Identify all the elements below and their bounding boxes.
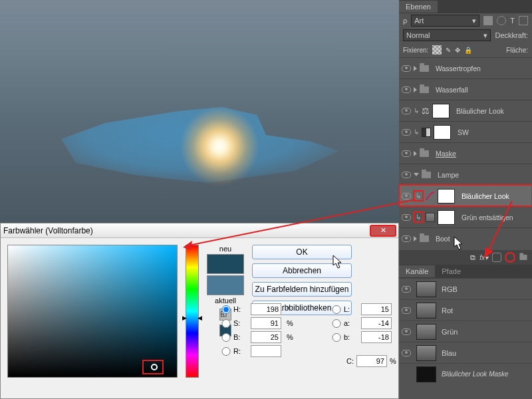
channel-thumbnail (416, 281, 436, 297)
group-icon[interactable] (519, 255, 527, 260)
lock-all-icon[interactable]: 🔒 (464, 47, 472, 54)
field-h[interactable] (251, 303, 281, 315)
channel-red[interactable]: Rot (399, 299, 532, 321)
mask-thumbnail[interactable] (438, 189, 455, 203)
field-c[interactable] (356, 355, 387, 367)
field-r[interactable] (251, 345, 281, 357)
visibility-icon[interactable] (402, 214, 411, 221)
field-brightness[interactable] (251, 331, 281, 343)
visibility-icon[interactable] (402, 86, 411, 93)
mask-icon[interactable] (492, 253, 501, 262)
visibility-icon[interactable] (402, 108, 411, 114)
channel-thumbnail (416, 303, 436, 319)
visibility-icon[interactable] (402, 129, 411, 136)
radio-b[interactable] (221, 333, 231, 342)
channel-blue[interactable]: Blau (399, 342, 532, 363)
tab-channels[interactable]: Kanäle (399, 265, 435, 277)
filter-type-icon[interactable]: T (510, 17, 515, 25)
blend-mode-dropdown[interactable]: Normal▾ (403, 29, 491, 41)
link-icon[interactable]: ⧉ (470, 253, 475, 262)
field-s[interactable] (251, 317, 281, 329)
channel-thumbnail (416, 366, 436, 382)
new-color-swatch[interactable] (207, 254, 244, 274)
lock-label: Fixieren: (403, 47, 428, 54)
blend-row: Normal▾ Deckkraft: (399, 28, 532, 43)
radio-r[interactable] (221, 347, 231, 356)
layer-group-wassertropfen[interactable]: Wassertropfen (399, 57, 532, 78)
mask-thumbnail[interactable] (432, 104, 450, 118)
fx-icon[interactable]: fx▾ (479, 254, 488, 261)
visibility-icon[interactable] (402, 172, 411, 178)
expand-icon[interactable] (414, 87, 417, 92)
lock-paint-icon[interactable]: ✎ (446, 47, 451, 54)
hue-slider[interactable] (186, 245, 199, 378)
layer-blaulicher-look-selected[interactable]: ↳ Bläulicher Look (399, 185, 532, 206)
channel-rgb[interactable]: RGB (399, 278, 532, 299)
visibility-icon[interactable] (402, 193, 411, 200)
add-swatch-button[interactable]: Zu Farbfeldern hinzufügen (252, 282, 352, 297)
huesat-icon (426, 213, 435, 222)
close-button[interactable]: ✕ (370, 225, 396, 236)
clip-icon[interactable]: ↳ (414, 191, 423, 201)
field-l[interactable] (361, 303, 392, 315)
layer-blaulicher-look-1[interactable]: ↳ ⚖ Bläulicher Look (399, 100, 532, 121)
channel-thumbnail (416, 345, 436, 361)
visibility-icon[interactable] (402, 286, 411, 293)
dialog-titlebar[interactable]: Farbwähler (Volltonfarbe) ✕ (1, 223, 398, 238)
filter-adjust-icon[interactable] (497, 16, 506, 25)
visibility-icon[interactable] (402, 307, 411, 314)
lock-move-icon[interactable]: ✥ (455, 47, 460, 54)
clip-icon[interactable]: ↳ (414, 212, 423, 222)
tab-paths[interactable]: Pfade (435, 265, 467, 277)
document-canvas[interactable] (0, 0, 399, 223)
saturation-brightness-field[interactable] (7, 245, 178, 378)
hue-indicator: ▶◀ (182, 315, 202, 321)
layer-group-maske[interactable]: Maske (399, 142, 532, 164)
channels-tabbar: Kanäle Pfade (399, 265, 532, 278)
folder-icon (422, 172, 431, 178)
layers-panel-footer: ⧉ fx▾ (399, 250, 532, 265)
layer-kind-dropdown[interactable]: Art▾ (411, 15, 479, 27)
radio-a[interactable] (332, 319, 341, 328)
visibility-icon[interactable] (402, 350, 411, 356)
field-lab-b[interactable] (361, 331, 392, 343)
filter-shape-icon[interactable] (519, 16, 528, 25)
layer-sw[interactable]: ↳ SW (399, 121, 532, 142)
radio-l[interactable] (332, 305, 341, 314)
cancel-button[interactable]: Abbrechen (252, 263, 352, 278)
layer-gruen-entsaettigen[interactable]: ↳ Grün entsättigen (399, 206, 532, 227)
filter-pixels-icon[interactable] (483, 16, 493, 25)
visibility-icon[interactable] (402, 329, 411, 335)
visibility-icon[interactable] (402, 235, 411, 242)
mask-thumbnail[interactable] (434, 125, 451, 140)
layer-group-lampe[interactable]: Lampe (399, 164, 532, 185)
lock-transparent-icon[interactable] (432, 45, 442, 55)
curves-icon (426, 192, 435, 201)
dialog-title: Farbwähler (Volltonfarbe) (3, 226, 93, 235)
layer-group-boot[interactable]: Boot (399, 227, 532, 249)
expand-icon[interactable] (414, 173, 419, 176)
radio-lab-b[interactable] (332, 333, 341, 342)
tab-layers[interactable]: Ebenen (399, 1, 438, 13)
radio-h[interactable] (221, 305, 231, 314)
bw-icon (422, 128, 431, 137)
channel-green[interactable]: Grün (399, 321, 532, 342)
mask-thumbnail[interactable] (438, 210, 455, 225)
expand-icon[interactable] (414, 236, 417, 241)
ok-button[interactable]: OK (252, 245, 352, 259)
adjustment-layer-icon[interactable] (505, 253, 515, 262)
layer-group-wasserfall[interactable]: Wasserfall (399, 78, 532, 100)
channel-mask[interactable]: Bläulicher Look Maske (399, 363, 532, 384)
current-color-swatch[interactable] (207, 275, 244, 295)
visibility-icon[interactable] (402, 150, 411, 157)
layer-kind-row: ρ Art▾ T (399, 13, 532, 28)
visibility-icon[interactable] (402, 65, 411, 72)
clip-icon: ↳ (414, 107, 419, 114)
field-a[interactable] (361, 317, 392, 329)
expand-icon[interactable] (414, 151, 417, 156)
color-value-fields: H:° L: S:% a: B:% b: R: (221, 303, 394, 357)
expand-icon[interactable] (414, 66, 417, 71)
filter-icon[interactable]: ρ (403, 17, 407, 25)
folder-icon (420, 86, 429, 93)
radio-s[interactable] (221, 319, 231, 328)
